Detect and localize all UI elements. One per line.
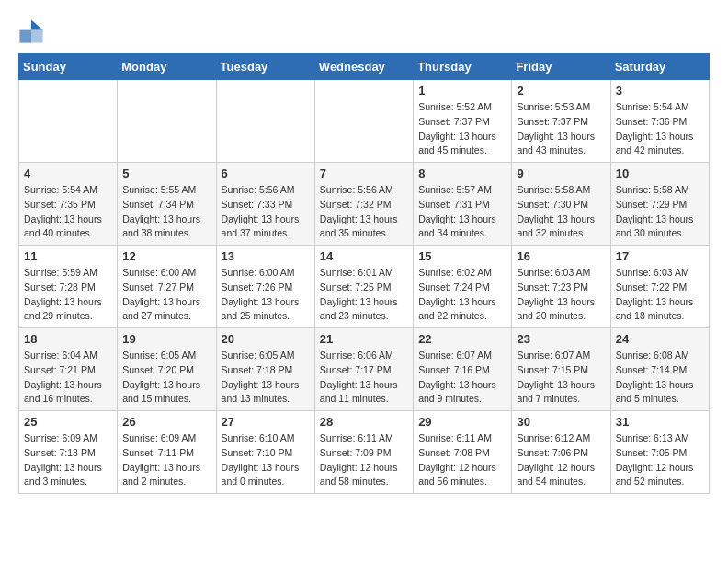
svg-marker-1: [31, 30, 43, 43]
day-info: Sunrise: 6:03 AM Sunset: 7:23 PM Dayligh…: [517, 266, 605, 324]
day-info: Sunrise: 6:00 AM Sunset: 7:26 PM Dayligh…: [222, 266, 310, 324]
calendar-cell: 16Sunrise: 6:03 AM Sunset: 7:23 PM Dayli…: [512, 246, 610, 328]
day-number: 12: [122, 249, 210, 263]
day-number: 31: [616, 415, 704, 429]
calendar-week-1: 4Sunrise: 5:54 AM Sunset: 7:35 PM Daylig…: [19, 163, 710, 246]
calendar-cell: 12Sunrise: 6:00 AM Sunset: 7:27 PM Dayli…: [118, 246, 216, 328]
day-number: 21: [320, 332, 408, 346]
day-info: Sunrise: 5:59 AM Sunset: 7:28 PM Dayligh…: [24, 266, 112, 324]
day-info: Sunrise: 6:00 AM Sunset: 7:27 PM Dayligh…: [122, 266, 210, 324]
calendar-week-0: 1Sunrise: 5:52 AM Sunset: 7:37 PM Daylig…: [19, 80, 710, 163]
calendar-cell: 13Sunrise: 6:00 AM Sunset: 7:26 PM Dayli…: [216, 246, 314, 328]
calendar-cell: [118, 80, 216, 163]
day-info: Sunrise: 6:07 AM Sunset: 7:16 PM Dayligh…: [418, 349, 506, 407]
logo: [18, 18, 48, 44]
day-info: Sunrise: 5:55 AM Sunset: 7:34 PM Dayligh…: [122, 183, 210, 241]
header-wednesday: Wednesday: [314, 54, 413, 80]
day-number: 8: [418, 167, 506, 180]
logo-icon: [18, 18, 44, 44]
calendar-cell: 31Sunrise: 6:13 AM Sunset: 7:05 PM Dayli…: [610, 411, 709, 494]
day-number: 22: [418, 332, 506, 346]
day-info: Sunrise: 5:54 AM Sunset: 7:36 PM Dayligh…: [616, 100, 704, 158]
calendar-cell: 27Sunrise: 6:10 AM Sunset: 7:10 PM Dayli…: [216, 411, 314, 494]
day-number: 19: [122, 332, 210, 346]
header-friday: Friday: [512, 54, 610, 80]
calendar-cell: 10Sunrise: 5:58 AM Sunset: 7:29 PM Dayli…: [610, 163, 709, 246]
day-number: 6: [222, 167, 310, 180]
day-info: Sunrise: 6:05 AM Sunset: 7:18 PM Dayligh…: [222, 349, 310, 407]
day-number: 10: [616, 167, 704, 180]
header-monday: Monday: [118, 54, 216, 80]
calendar-cell: 11Sunrise: 5:59 AM Sunset: 7:28 PM Dayli…: [19, 246, 118, 328]
day-info: Sunrise: 5:58 AM Sunset: 7:29 PM Dayligh…: [616, 183, 704, 241]
calendar-cell: 2Sunrise: 5:53 AM Sunset: 7:37 PM Daylig…: [512, 80, 610, 163]
calendar-cell: [19, 80, 118, 163]
calendar-cell: 6Sunrise: 5:56 AM Sunset: 7:33 PM Daylig…: [216, 163, 314, 246]
day-info: Sunrise: 6:12 AM Sunset: 7:06 PM Dayligh…: [517, 431, 605, 489]
calendar-cell: 23Sunrise: 6:07 AM Sunset: 7:15 PM Dayli…: [512, 328, 610, 411]
day-info: Sunrise: 5:54 AM Sunset: 7:35 PM Dayligh…: [24, 183, 112, 241]
day-number: 9: [517, 167, 605, 180]
calendar-week-3: 18Sunrise: 6:04 AM Sunset: 7:21 PM Dayli…: [19, 328, 710, 411]
day-number: 23: [517, 332, 605, 346]
day-info: Sunrise: 5:52 AM Sunset: 7:37 PM Dayligh…: [418, 100, 506, 158]
calendar-cell: 20Sunrise: 6:05 AM Sunset: 7:18 PM Dayli…: [216, 328, 314, 411]
day-number: 25: [24, 415, 112, 429]
calendar-cell: 30Sunrise: 6:12 AM Sunset: 7:06 PM Dayli…: [512, 411, 610, 494]
calendar-cell: 14Sunrise: 6:01 AM Sunset: 7:25 PM Dayli…: [314, 246, 413, 328]
day-info: Sunrise: 6:10 AM Sunset: 7:10 PM Dayligh…: [222, 431, 310, 489]
day-info: Sunrise: 6:09 AM Sunset: 7:11 PM Dayligh…: [122, 431, 210, 489]
day-number: 14: [320, 249, 408, 263]
day-info: Sunrise: 6:05 AM Sunset: 7:20 PM Dayligh…: [122, 349, 210, 407]
calendar-cell: 5Sunrise: 5:55 AM Sunset: 7:34 PM Daylig…: [118, 163, 216, 246]
page-header: [18, 18, 710, 44]
day-number: 7: [320, 167, 408, 180]
day-number: 11: [24, 249, 112, 263]
day-info: Sunrise: 6:09 AM Sunset: 7:13 PM Dayligh…: [24, 431, 112, 489]
calendar-week-2: 11Sunrise: 5:59 AM Sunset: 7:28 PM Dayli…: [19, 246, 710, 328]
day-info: Sunrise: 6:11 AM Sunset: 7:08 PM Dayligh…: [418, 431, 506, 489]
day-number: 18: [24, 332, 112, 346]
day-number: 30: [517, 415, 605, 429]
day-info: Sunrise: 6:08 AM Sunset: 7:14 PM Dayligh…: [616, 349, 704, 407]
calendar-cell: 3Sunrise: 5:54 AM Sunset: 7:36 PM Daylig…: [610, 80, 709, 163]
day-number: 5: [122, 167, 210, 180]
calendar-cell: 19Sunrise: 6:05 AM Sunset: 7:20 PM Dayli…: [118, 328, 216, 411]
day-number: 24: [616, 332, 704, 346]
day-number: 15: [418, 249, 506, 263]
calendar-cell: 18Sunrise: 6:04 AM Sunset: 7:21 PM Dayli…: [19, 328, 118, 411]
day-number: 4: [24, 167, 112, 180]
day-number: 13: [222, 249, 310, 263]
calendar-cell: 28Sunrise: 6:11 AM Sunset: 7:09 PM Dayli…: [314, 411, 413, 494]
day-info: Sunrise: 6:02 AM Sunset: 7:24 PM Dayligh…: [418, 266, 506, 324]
calendar-cell: 7Sunrise: 5:56 AM Sunset: 7:32 PM Daylig…: [314, 163, 413, 246]
day-number: 2: [517, 84, 605, 98]
day-number: 17: [616, 249, 704, 263]
day-number: 20: [222, 332, 310, 346]
day-info: Sunrise: 5:56 AM Sunset: 7:33 PM Dayligh…: [222, 183, 310, 241]
header-thursday: Thursday: [414, 54, 512, 80]
day-number: 29: [418, 415, 506, 429]
calendar-cell: [216, 80, 314, 163]
day-info: Sunrise: 5:56 AM Sunset: 7:32 PM Dayligh…: [320, 183, 408, 241]
calendar-cell: [314, 80, 413, 163]
calendar-cell: 9Sunrise: 5:58 AM Sunset: 7:30 PM Daylig…: [512, 163, 610, 246]
calendar-cell: 4Sunrise: 5:54 AM Sunset: 7:35 PM Daylig…: [19, 163, 118, 246]
calendar-week-4: 25Sunrise: 6:09 AM Sunset: 7:13 PM Dayli…: [19, 411, 710, 494]
day-number: 28: [320, 415, 408, 429]
day-info: Sunrise: 6:13 AM Sunset: 7:05 PM Dayligh…: [616, 431, 704, 489]
day-info: Sunrise: 5:58 AM Sunset: 7:30 PM Dayligh…: [517, 183, 605, 241]
day-info: Sunrise: 6:03 AM Sunset: 7:22 PM Dayligh…: [616, 266, 704, 324]
day-number: 16: [517, 249, 605, 263]
calendar-cell: 22Sunrise: 6:07 AM Sunset: 7:16 PM Dayli…: [414, 328, 512, 411]
calendar-cell: 1Sunrise: 5:52 AM Sunset: 7:37 PM Daylig…: [414, 80, 512, 163]
calendar-header-row: SundayMondayTuesdayWednesdayThursdayFrid…: [19, 54, 710, 80]
header-sunday: Sunday: [19, 54, 118, 80]
day-info: Sunrise: 6:07 AM Sunset: 7:15 PM Dayligh…: [517, 349, 605, 407]
day-number: 26: [122, 415, 210, 429]
day-info: Sunrise: 6:01 AM Sunset: 7:25 PM Dayligh…: [320, 266, 408, 324]
calendar-cell: 17Sunrise: 6:03 AM Sunset: 7:22 PM Dayli…: [610, 246, 709, 328]
header-saturday: Saturday: [610, 54, 709, 80]
svg-marker-2: [19, 30, 31, 43]
svg-marker-0: [31, 19, 43, 29]
